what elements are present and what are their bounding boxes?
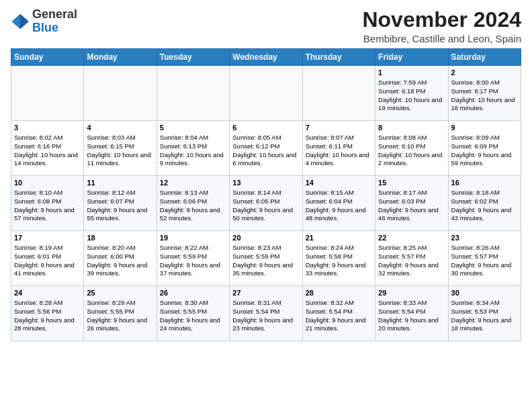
- calendar-cell: 20Sunrise: 8:23 AMSunset: 5:59 PMDayligh…: [230, 231, 302, 286]
- day-info: Daylight: 9 hours and 37 minutes.: [160, 261, 226, 279]
- day-info: Sunset: 5:59 PM: [160, 253, 226, 261]
- day-info: Sunset: 5:57 PM: [378, 253, 445, 261]
- calendar-cell: 13Sunrise: 8:14 AMSunset: 6:05 PMDayligh…: [230, 176, 302, 231]
- calendar-cell: 27Sunrise: 8:31 AMSunset: 5:54 PMDayligh…: [230, 286, 302, 341]
- calendar-cell: 3Sunrise: 8:02 AMSunset: 6:16 PMDaylight…: [11, 121, 84, 176]
- day-info: Sunrise: 8:33 AM: [378, 299, 445, 308]
- day-number: 16: [451, 178, 518, 188]
- calendar: SundayMondayTuesdayWednesdayThursdayFrid…: [11, 48, 521, 341]
- day-info: Sunrise: 8:02 AM: [14, 134, 81, 142]
- day-info: Sunrise: 8:26 AM: [451, 244, 518, 253]
- day-info: Sunrise: 8:03 AM: [87, 134, 153, 142]
- day-info: Daylight: 9 hours and 48 minutes.: [306, 206, 372, 224]
- day-info: Sunrise: 8:17 AM: [378, 189, 445, 197]
- day-number: 18: [87, 233, 153, 243]
- day-info: Sunset: 6:10 PM: [378, 142, 445, 151]
- calendar-cell: 6Sunrise: 8:05 AMSunset: 6:12 PMDaylight…: [230, 121, 302, 176]
- calendar-cell: 11Sunrise: 8:12 AMSunset: 6:07 PMDayligh…: [84, 176, 157, 231]
- day-number: 21: [306, 233, 372, 243]
- day-info: Daylight: 9 hours and 30 minutes.: [451, 261, 518, 279]
- day-number: 8: [378, 123, 445, 133]
- day-info: Sunrise: 8:18 AM: [451, 189, 518, 197]
- day-info: Sunrise: 8:14 AM: [232, 189, 299, 197]
- day-info: Daylight: 10 hours and 11 minutes.: [87, 151, 153, 169]
- calendar-cell: 7Sunrise: 8:07 AMSunset: 6:11 PMDaylight…: [302, 121, 375, 176]
- calendar-cell: [302, 66, 375, 121]
- day-info: Daylight: 9 hours and 39 minutes.: [87, 261, 153, 279]
- day-info: Daylight: 10 hours and 6 minutes.: [232, 151, 299, 169]
- day-info: Sunrise: 8:13 AM: [160, 189, 226, 197]
- day-info: Sunrise: 8:09 AM: [451, 134, 518, 142]
- day-info: Sunrise: 7:59 AM: [378, 79, 445, 87]
- day-info: Daylight: 9 hours and 28 minutes.: [14, 316, 81, 334]
- day-info: Sunset: 5:58 PM: [306, 253, 372, 261]
- calendar-cell: 21Sunrise: 8:24 AMSunset: 5:58 PMDayligh…: [302, 231, 375, 286]
- day-info: Sunset: 6:12 PM: [232, 142, 299, 151]
- day-number: 12: [160, 178, 226, 188]
- day-info: Daylight: 9 hours and 41 minutes.: [14, 261, 81, 279]
- day-info: Daylight: 10 hours and 16 minutes.: [451, 96, 518, 113]
- day-info: Daylight: 10 hours and 4 minutes.: [306, 151, 372, 169]
- calendar-cell: 25Sunrise: 8:29 AMSunset: 5:55 PMDayligh…: [84, 286, 157, 341]
- day-info: Sunset: 6:03 PM: [378, 197, 445, 206]
- svg-marker-1: [20, 14, 29, 21]
- day-info: Sunset: 6:06 PM: [160, 197, 226, 206]
- calendar-cell: 22Sunrise: 8:25 AMSunset: 5:57 PMDayligh…: [375, 231, 448, 286]
- logo: General Blue: [11, 8, 77, 35]
- calendar-cell: [157, 66, 229, 121]
- day-info: Sunrise: 8:12 AM: [87, 189, 153, 197]
- day-info: Daylight: 9 hours and 21 minutes.: [306, 316, 372, 334]
- day-info: Daylight: 9 hours and 20 minutes.: [378, 316, 445, 334]
- day-info: Sunset: 5:54 PM: [306, 308, 372, 316]
- day-info: Daylight: 9 hours and 23 minutes.: [232, 316, 299, 334]
- calendar-cell: 4Sunrise: 8:03 AMSunset: 6:15 PMDaylight…: [84, 121, 157, 176]
- day-info: Daylight: 9 hours and 35 minutes.: [232, 261, 299, 279]
- calendar-cell: 15Sunrise: 8:17 AMSunset: 6:03 PMDayligh…: [375, 176, 448, 231]
- day-number: 5: [160, 123, 226, 133]
- day-info: Sunset: 6:11 PM: [306, 142, 372, 151]
- day-info: Sunset: 6:09 PM: [451, 142, 518, 151]
- day-info: Sunset: 6:04 PM: [306, 197, 372, 206]
- day-info: Sunrise: 8:07 AM: [306, 134, 372, 142]
- calendar-cell: 16Sunrise: 8:18 AMSunset: 6:02 PMDayligh…: [448, 176, 521, 231]
- day-info: Sunrise: 8:23 AM: [232, 244, 299, 253]
- day-number: 23: [451, 233, 518, 243]
- day-number: 2: [451, 68, 518, 78]
- day-number: 7: [306, 123, 372, 133]
- day-info: Sunrise: 8:31 AM: [232, 299, 299, 308]
- calendar-cell: [11, 66, 84, 121]
- calendar-cell: 23Sunrise: 8:26 AMSunset: 5:57 PMDayligh…: [448, 231, 521, 286]
- calendar-cell: 9Sunrise: 8:09 AMSunset: 6:09 PMDaylight…: [448, 121, 521, 176]
- day-info: Sunset: 6:08 PM: [14, 197, 81, 206]
- calendar-cell: 10Sunrise: 8:10 AMSunset: 6:08 PMDayligh…: [11, 176, 84, 231]
- day-info: Sunset: 5:54 PM: [232, 308, 299, 316]
- day-info: Daylight: 9 hours and 57 minutes.: [14, 206, 81, 224]
- day-info: Daylight: 9 hours and 46 minutes.: [378, 206, 445, 224]
- day-info: Daylight: 10 hours and 19 minutes.: [378, 96, 445, 113]
- svg-marker-2: [20, 21, 29, 29]
- page: General Blue November 2024 Bembibre, Cas…: [0, 0, 532, 411]
- calendar-cell: 18Sunrise: 8:20 AMSunset: 6:00 PMDayligh…: [84, 231, 157, 286]
- day-info: Sunset: 5:55 PM: [87, 308, 153, 316]
- day-number: 20: [232, 233, 299, 243]
- day-info: Sunset: 6:16 PM: [14, 142, 81, 151]
- calendar-week-row: 10Sunrise: 8:10 AMSunset: 6:08 PMDayligh…: [11, 176, 521, 231]
- calendar-cell: 19Sunrise: 8:22 AMSunset: 5:59 PMDayligh…: [157, 231, 229, 286]
- calendar-cell: 24Sunrise: 8:28 AMSunset: 5:56 PMDayligh…: [11, 286, 84, 341]
- calendar-cell: 26Sunrise: 8:30 AMSunset: 5:55 PMDayligh…: [157, 286, 229, 341]
- day-info: Daylight: 9 hours and 32 minutes.: [378, 261, 445, 279]
- calendar-day-header: Wednesday: [230, 49, 302, 66]
- calendar-cell: 17Sunrise: 8:19 AMSunset: 6:01 PMDayligh…: [11, 231, 84, 286]
- day-number: 15: [378, 178, 445, 188]
- day-info: Sunset: 5:57 PM: [451, 253, 518, 261]
- day-info: Sunrise: 8:34 AM: [451, 299, 518, 308]
- day-info: Daylight: 9 hours and 24 minutes.: [160, 316, 226, 334]
- calendar-day-header: Monday: [84, 49, 157, 66]
- calendar-week-row: 1Sunrise: 7:59 AMSunset: 6:18 PMDaylight…: [11, 66, 521, 121]
- logo-blue: Blue: [32, 21, 58, 34]
- day-info: Daylight: 10 hours and 14 minutes.: [14, 151, 81, 169]
- calendar-day-header: Tuesday: [157, 49, 229, 66]
- calendar-day-header: Friday: [375, 49, 448, 66]
- day-info: Sunrise: 8:32 AM: [306, 299, 372, 308]
- day-number: 19: [160, 233, 226, 243]
